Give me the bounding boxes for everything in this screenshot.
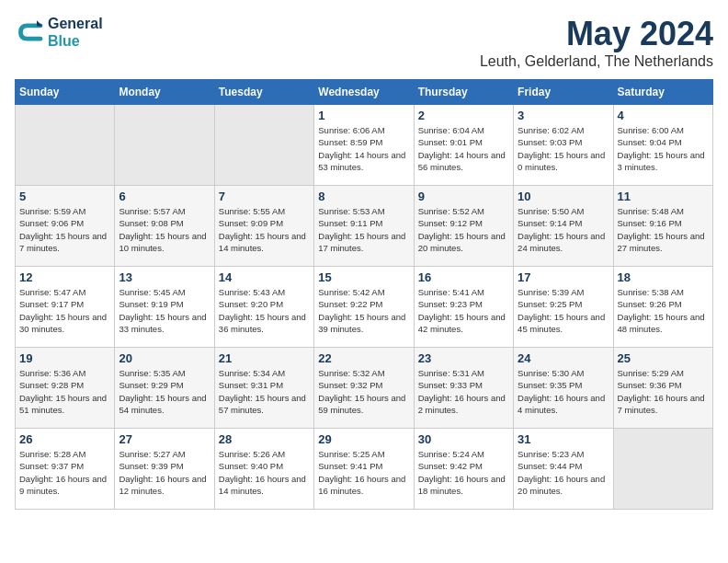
day-info: Sunrise: 5:31 AM Sunset: 9:33 PM Dayligh… [418, 367, 509, 416]
day-info: Sunrise: 5:25 AM Sunset: 9:41 PM Dayligh… [318, 448, 409, 497]
day-number: 30 [418, 432, 509, 446]
day-info: Sunrise: 5:48 AM Sunset: 9:16 PM Dayligh… [618, 205, 709, 254]
day-info: Sunrise: 5:59 AM Sunset: 9:06 PM Dayligh… [19, 205, 110, 254]
calendar-cell: 26Sunrise: 5:28 AM Sunset: 9:37 PM Dayli… [16, 429, 115, 510]
day-number: 6 [119, 190, 210, 203]
calendar-cell [214, 105, 313, 186]
calendar-cell: 2Sunrise: 6:04 AM Sunset: 9:01 PM Daylig… [414, 105, 513, 186]
day-number: 25 [618, 351, 709, 365]
day-info: Sunrise: 5:38 AM Sunset: 9:26 PM Dayligh… [618, 286, 709, 335]
day-number: 27 [119, 432, 210, 446]
calendar-cell: 11Sunrise: 5:48 AM Sunset: 9:16 PM Dayli… [613, 186, 712, 267]
location: Leuth, Gelderland, The Netherlands [480, 53, 713, 70]
calendar-cell: 17Sunrise: 5:39 AM Sunset: 9:25 PM Dayli… [514, 267, 613, 348]
day-number: 28 [219, 432, 310, 446]
calendar-cell: 1Sunrise: 6:06 AM Sunset: 8:59 PM Daylig… [314, 105, 414, 186]
day-info: Sunrise: 5:57 AM Sunset: 9:08 PM Dayligh… [119, 205, 210, 254]
day-info: Sunrise: 5:30 AM Sunset: 9:35 PM Dayligh… [518, 367, 609, 416]
day-info: Sunrise: 5:45 AM Sunset: 9:19 PM Dayligh… [119, 286, 210, 335]
day-info: Sunrise: 5:36 AM Sunset: 9:28 PM Dayligh… [19, 367, 110, 416]
day-info: Sunrise: 5:52 AM Sunset: 9:12 PM Dayligh… [418, 205, 509, 254]
day-number: 24 [518, 351, 609, 365]
day-number: 22 [318, 351, 409, 365]
day-info: Sunrise: 5:43 AM Sunset: 9:20 PM Dayligh… [219, 286, 310, 335]
day-info: Sunrise: 5:29 AM Sunset: 9:36 PM Dayligh… [618, 367, 709, 416]
day-number: 20 [119, 351, 210, 365]
day-info: Sunrise: 5:47 AM Sunset: 9:17 PM Dayligh… [19, 286, 110, 335]
page-header: General Blue May 2024 Leuth, Gelderland,… [15, 15, 713, 70]
day-info: Sunrise: 5:28 AM Sunset: 9:37 PM Dayligh… [19, 448, 110, 497]
calendar-cell: 28Sunrise: 5:26 AM Sunset: 9:40 PM Dayli… [214, 429, 313, 510]
header-thursday: Thursday [414, 80, 513, 105]
calendar-cell: 9Sunrise: 5:52 AM Sunset: 9:12 PM Daylig… [414, 186, 513, 267]
calendar-cell: 25Sunrise: 5:29 AM Sunset: 9:36 PM Dayli… [613, 348, 712, 429]
header-monday: Monday [115, 80, 214, 105]
title-block: May 2024 Leuth, Gelderland, The Netherla… [480, 15, 713, 70]
day-info: Sunrise: 5:35 AM Sunset: 9:29 PM Dayligh… [119, 367, 210, 416]
calendar-cell: 8Sunrise: 5:53 AM Sunset: 9:11 PM Daylig… [314, 186, 414, 267]
logo-text: General Blue [48, 15, 103, 50]
calendar-cell: 6Sunrise: 5:57 AM Sunset: 9:08 PM Daylig… [115, 186, 214, 267]
day-info: Sunrise: 6:02 AM Sunset: 9:03 PM Dayligh… [518, 124, 609, 173]
day-number: 11 [618, 190, 709, 203]
day-number: 9 [418, 190, 509, 203]
day-number: 16 [418, 270, 509, 284]
day-number: 8 [318, 190, 409, 203]
calendar-cell: 14Sunrise: 5:43 AM Sunset: 9:20 PM Dayli… [214, 267, 313, 348]
calendar-cell: 7Sunrise: 5:55 AM Sunset: 9:09 PM Daylig… [214, 186, 313, 267]
calendar-cell: 23Sunrise: 5:31 AM Sunset: 9:33 PM Dayli… [414, 348, 513, 429]
calendar-cell: 30Sunrise: 5:24 AM Sunset: 9:42 PM Dayli… [414, 429, 513, 510]
day-info: Sunrise: 5:55 AM Sunset: 9:09 PM Dayligh… [219, 205, 310, 254]
day-number: 19 [19, 351, 110, 365]
calendar-cell: 10Sunrise: 5:50 AM Sunset: 9:14 PM Dayli… [514, 186, 613, 267]
calendar-week-4: 19Sunrise: 5:36 AM Sunset: 9:28 PM Dayli… [16, 348, 713, 429]
day-number: 2 [418, 109, 509, 122]
day-number: 10 [518, 190, 609, 203]
header-tuesday: Tuesday [214, 80, 313, 105]
day-info: Sunrise: 5:24 AM Sunset: 9:42 PM Dayligh… [418, 448, 509, 497]
header-saturday: Saturday [613, 80, 712, 105]
day-info: Sunrise: 6:04 AM Sunset: 9:01 PM Dayligh… [418, 124, 509, 173]
day-info: Sunrise: 5:39 AM Sunset: 9:25 PM Dayligh… [518, 286, 609, 335]
month-title: May 2024 [480, 15, 713, 53]
calendar-cell: 29Sunrise: 5:25 AM Sunset: 9:41 PM Dayli… [314, 429, 414, 510]
day-number: 15 [318, 270, 409, 284]
day-number: 23 [418, 351, 509, 365]
day-number: 12 [19, 270, 110, 284]
calendar-cell: 22Sunrise: 5:32 AM Sunset: 9:32 PM Dayli… [314, 348, 414, 429]
day-info: Sunrise: 5:26 AM Sunset: 9:40 PM Dayligh… [219, 448, 310, 497]
calendar-week-1: 1Sunrise: 6:06 AM Sunset: 8:59 PM Daylig… [16, 105, 713, 186]
day-info: Sunrise: 5:50 AM Sunset: 9:14 PM Dayligh… [518, 205, 609, 254]
day-number: 14 [219, 270, 310, 284]
day-info: Sunrise: 6:00 AM Sunset: 9:04 PM Dayligh… [618, 124, 709, 173]
logo: General Blue [15, 15, 103, 50]
calendar-week-3: 12Sunrise: 5:47 AM Sunset: 9:17 PM Dayli… [16, 267, 713, 348]
calendar-cell: 19Sunrise: 5:36 AM Sunset: 9:28 PM Dayli… [16, 348, 115, 429]
day-number: 7 [219, 190, 310, 203]
calendar-cell: 5Sunrise: 5:59 AM Sunset: 9:06 PM Daylig… [16, 186, 115, 267]
calendar-cell: 20Sunrise: 5:35 AM Sunset: 9:29 PM Dayli… [115, 348, 214, 429]
day-number: 31 [518, 432, 609, 446]
calendar-cell: 31Sunrise: 5:23 AM Sunset: 9:44 PM Dayli… [514, 429, 613, 510]
logo-icon [15, 17, 44, 47]
calendar-cell: 24Sunrise: 5:30 AM Sunset: 9:35 PM Dayli… [514, 348, 613, 429]
calendar-week-5: 26Sunrise: 5:28 AM Sunset: 9:37 PM Dayli… [16, 429, 713, 510]
calendar-cell: 18Sunrise: 5:38 AM Sunset: 9:26 PM Dayli… [613, 267, 712, 348]
day-info: Sunrise: 5:53 AM Sunset: 9:11 PM Dayligh… [318, 205, 409, 254]
day-number: 3 [518, 109, 609, 122]
header-sunday: Sunday [16, 80, 115, 105]
calendar-cell: 27Sunrise: 5:27 AM Sunset: 9:39 PM Dayli… [115, 429, 214, 510]
calendar-cell: 12Sunrise: 5:47 AM Sunset: 9:17 PM Dayli… [16, 267, 115, 348]
day-number: 26 [19, 432, 110, 446]
day-number: 29 [318, 432, 409, 446]
calendar-cell: 21Sunrise: 5:34 AM Sunset: 9:31 PM Dayli… [214, 348, 313, 429]
day-number: 17 [518, 270, 609, 284]
calendar-cell [115, 105, 214, 186]
day-number: 5 [19, 190, 110, 203]
day-number: 1 [318, 109, 409, 122]
calendar-week-2: 5Sunrise: 5:59 AM Sunset: 9:06 PM Daylig… [16, 186, 713, 267]
day-number: 13 [119, 270, 210, 284]
calendar-cell: 3Sunrise: 6:02 AM Sunset: 9:03 PM Daylig… [514, 105, 613, 186]
calendar-cell: 16Sunrise: 5:41 AM Sunset: 9:23 PM Dayli… [414, 267, 513, 348]
day-number: 21 [219, 351, 310, 365]
